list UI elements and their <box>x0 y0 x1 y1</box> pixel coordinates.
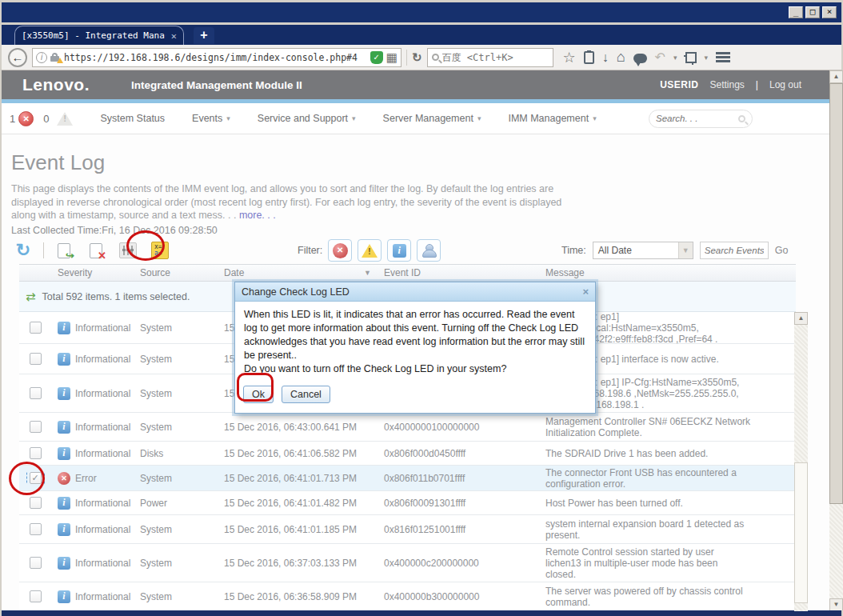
filter-error-button[interactable]: ✕ <box>328 239 352 262</box>
row-checkbox[interactable] <box>30 322 42 334</box>
cancel-button[interactable]: Cancel <box>282 386 330 403</box>
nav-service-support[interactable]: Service and Support▾ <box>258 113 356 124</box>
warning-count: 0 <box>43 113 49 125</box>
tab-close-icon[interactable]: ✕ <box>171 30 177 42</box>
row-checkbox[interactable] <box>30 590 42 602</box>
filter-warning-button[interactable]: ! <box>358 239 382 262</box>
warning-icon: ! <box>362 244 378 258</box>
row-checkbox[interactable] <box>30 447 42 459</box>
refresh-button[interactable]: ↻ <box>11 239 35 262</box>
close-button[interactable]: × <box>822 6 837 18</box>
table-row-selected[interactable]: ✓ ✕Error System 15 Dec 2016, 06:41:01.71… <box>19 466 796 491</box>
screenshot-tool-icon[interactable] <box>685 52 697 63</box>
go-button[interactable]: Go <box>775 245 789 256</box>
bookmarks-menu-icon[interactable] <box>584 51 594 64</box>
logout-link[interactable]: Log out <box>769 79 801 90</box>
filter-label: Filter: <box>298 245 322 256</box>
browser-tab[interactable]: [x3550m5] - Integrated Mana··· ✕ <box>14 26 184 45</box>
header-message[interactable]: Message <box>539 267 757 278</box>
lock-warning-icon[interactable] <box>50 53 61 62</box>
row-checkbox[interactable] <box>30 497 42 509</box>
toolbar-divider <box>406 50 407 66</box>
qr-code-icon[interactable]: ▦ <box>386 51 398 64</box>
table-header: Severity Source Date▼ Event ID Message <box>19 264 796 282</box>
delete-log-button[interactable]: ✕ <box>84 239 108 262</box>
info-icon: i <box>58 557 70 570</box>
table-row[interactable]: iInformational System 15 Dec 2016, 06:43… <box>19 413 796 442</box>
nav-search-box[interactable] <box>649 110 753 128</box>
sort-desc-icon: ▼ <box>364 269 371 277</box>
warning-badge-icon[interactable]: ! <box>57 112 73 126</box>
user-id: USERID <box>660 79 698 90</box>
table-row[interactable]: iInformational System 15 Dec 2016, 06:41… <box>19 515 796 544</box>
table-scrollbar[interactable]: ▲ <box>794 312 808 611</box>
url-input[interactable] <box>64 52 367 63</box>
info-icon: i <box>58 497 70 510</box>
info-icon: i <box>58 387 70 400</box>
dialog-titlebar[interactable]: Change Check Log LED × <box>235 282 595 302</box>
row-checkbox[interactable] <box>30 387 42 399</box>
table-row[interactable]: iInformational Power 15 Dec 2016, 06:41:… <box>19 491 796 515</box>
change-check-log-led-dialog: Change Check Log LED × When this LED is … <box>234 282 596 414</box>
undo-icon[interactable]: ↶ <box>655 50 665 65</box>
row-checkbox[interactable] <box>30 353 42 365</box>
table-scrollbar-thumb[interactable] <box>794 462 808 603</box>
table-row[interactable]: iInformational Disks 15 Dec 2016, 06:41:… <box>19 442 796 466</box>
page-scrollbar-thumb[interactable] <box>829 83 843 504</box>
row-checkbox[interactable] <box>30 557 42 569</box>
time-select[interactable]: All Date ▼ <box>593 242 693 259</box>
undo-dropdown-icon[interactable]: ▾ <box>673 54 677 62</box>
table-row[interactable]: iInformational System 15 Dec 2016, 06:36… <box>19 582 796 611</box>
search-events-input[interactable] <box>700 242 769 259</box>
browser-toolbar: ← i ✓ ▦ ↻ ☆ ↓ ⌂ ↶ ▾ ▾ <box>0 45 843 70</box>
new-tab-button[interactable]: + <box>194 27 214 44</box>
header-source[interactable]: Source <box>134 267 218 278</box>
nav-server-management[interactable]: Server Management▾ <box>383 113 481 124</box>
header-severity[interactable]: Severity <box>51 267 134 278</box>
error-badge-icon[interactable]: ✕ <box>18 111 34 126</box>
chevron-down-icon: ▼ <box>678 242 693 258</box>
browser-search-input[interactable] <box>442 52 565 63</box>
header-divider: | <box>756 79 758 90</box>
bookmark-star-icon[interactable]: ☆ <box>563 49 576 66</box>
scroll-up-icon[interactable]: ▲ <box>829 70 843 83</box>
nav-search-input[interactable] <box>656 114 738 123</box>
maximize-button[interactable]: □ <box>805 6 820 18</box>
page-scrollbar[interactable]: ▲ ▼ <box>829 70 843 611</box>
minimize-button[interactable]: _ <box>789 6 803 18</box>
browser-search-box[interactable] <box>427 48 553 67</box>
row-checkbox[interactable] <box>30 421 42 433</box>
scroll-down-icon[interactable]: ▼ <box>829 598 843 611</box>
export-log-button[interactable]: ↪ <box>52 239 76 262</box>
tab-title: [x3550m5] - Integrated Mana··· <box>22 30 166 41</box>
home-icon[interactable]: ⌂ <box>617 49 625 66</box>
dialog-close-icon[interactable]: × <box>582 286 589 298</box>
screenshot-dropdown-icon[interactable]: ▾ <box>705 54 709 62</box>
scroll-up-icon[interactable]: ▲ <box>794 312 808 325</box>
header-date[interactable]: Date▼ <box>218 267 378 278</box>
filter-audit-button[interactable] <box>417 239 441 262</box>
nav-system-status[interactable]: System Status <box>100 113 165 124</box>
filter-info-button[interactable]: i <box>387 239 411 262</box>
nav-imm-management[interactable]: IMM Management▾ <box>508 113 596 124</box>
security-shield-icon[interactable]: ✓ <box>370 51 383 64</box>
chat-icon[interactable] <box>633 54 647 63</box>
menu-icon[interactable] <box>716 52 730 62</box>
error-count: 1 <box>10 113 15 125</box>
back-button[interactable]: ← <box>8 48 27 67</box>
more-link[interactable]: more. . . <box>239 210 276 221</box>
table-row[interactable]: iInformational System 15 Dec 2016, 06:37… <box>19 544 796 582</box>
downloads-icon[interactable]: ↓ <box>602 50 609 65</box>
settings-link[interactable]: Settings <box>709 79 744 90</box>
url-bar[interactable]: i ✓ ▦ <box>32 48 402 67</box>
nav-events[interactable]: Events▾ <box>192 113 230 124</box>
app-header: Lenovo. Integrated Management Module II … <box>2 70 829 99</box>
site-info-icon[interactable]: i <box>36 52 47 63</box>
toolbar-divider <box>43 242 44 258</box>
reload-icon[interactable]: ↻ <box>412 50 422 65</box>
row-checkbox[interactable] <box>30 523 42 535</box>
header-event-id[interactable]: Event ID <box>378 267 539 278</box>
person-icon <box>422 243 436 258</box>
info-icon: i <box>58 421 70 434</box>
dialog-title: Change Check Log LED <box>242 286 350 298</box>
